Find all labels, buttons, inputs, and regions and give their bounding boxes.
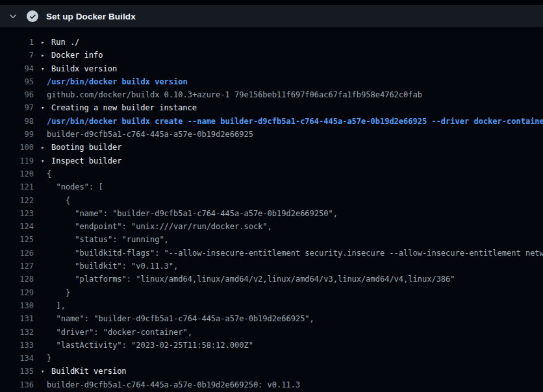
- log-line-text: /usr/bin/docker buildx version: [47, 75, 188, 88]
- line-number[interactable]: 121: [0, 180, 34, 193]
- log-line: 131 "name": "builder-d9cfb5a1-c764-445a-…: [0, 312, 543, 325]
- triangle-expanded-icon[interactable]: ▾: [41, 101, 51, 114]
- line-number[interactable]: 100: [0, 141, 34, 154]
- page-background-strip: [0, 0, 543, 5]
- log-line-text: Docker info: [51, 49, 103, 62]
- log-line: 98 /usr/bin/docker buildx create --name …: [0, 115, 543, 128]
- log-line-text: }: [47, 286, 70, 299]
- log-line-text: Creating a new builder instance: [51, 101, 197, 114]
- line-number[interactable]: 94: [0, 62, 34, 75]
- log-line-text: "endpoint": "unix:///var/run/docker.sock…: [47, 220, 272, 233]
- triangle-expanded-icon[interactable]: ▾: [41, 154, 51, 167]
- line-number[interactable]: 7: [0, 49, 34, 62]
- log-line-text: {: [47, 167, 51, 180]
- log-line: 121 "nodes": [: [0, 180, 543, 193]
- triangle-collapsed-icon[interactable]: ▸: [41, 141, 51, 154]
- line-number[interactable]: 95: [0, 75, 34, 88]
- log-line[interactable]: 7 ▸ Docker info: [0, 49, 543, 62]
- log-line: 129 }: [0, 286, 543, 299]
- log-line-text: "driver": "docker-container",: [47, 326, 192, 339]
- line-number[interactable]: 127: [0, 260, 34, 273]
- log-line: 134 }: [0, 352, 543, 365]
- log-line: 99 builder-d9cfb5a1-c764-445a-a57e-0b19d…: [0, 128, 543, 141]
- log-line: 126 "buildkitd-flags": "--allow-insecure…: [0, 247, 543, 260]
- log-line: 136 builder-d9cfb5a1-c764-445a-a57e-0b19…: [0, 378, 543, 391]
- log-line: 127 "buildkit": "v0.11.3",: [0, 260, 543, 273]
- actions-log-viewer: Set up Docker Buildx 1 ▸ Run ./ 7 ▸ Dock…: [0, 0, 543, 392]
- step-title: Set up Docker Buildx: [46, 12, 136, 21]
- log-line-text: builder-d9cfb5a1-c764-445a-a57e-0b19d2e6…: [47, 128, 253, 141]
- log-line-text: {: [47, 194, 70, 207]
- log-line-text: builder-d9cfb5a1-c764-445a-a57e-0b19d2e6…: [47, 378, 300, 391]
- log-line: 96 github.com/docker/buildx 0.10.3+azure…: [0, 88, 543, 101]
- log-line: 120 {: [0, 167, 543, 180]
- triangle-expanded-icon[interactable]: ▾: [41, 365, 51, 378]
- triangle-collapsed-icon[interactable]: ▸: [41, 49, 51, 62]
- triangle-collapsed-icon[interactable]: ▸: [41, 36, 51, 49]
- line-number[interactable]: 1: [0, 36, 34, 49]
- log-line-text: "buildkit": "v0.11.3",: [47, 260, 178, 273]
- line-number[interactable]: 132: [0, 326, 34, 339]
- log-line: 128 "platforms": "linux/amd64,linux/amd6…: [0, 273, 543, 286]
- line-number[interactable]: 134: [0, 352, 34, 365]
- step-header[interactable]: Set up Docker Buildx: [0, 5, 543, 27]
- triangle-expanded-icon[interactable]: ▾: [41, 62, 51, 75]
- log-line-text: }: [47, 352, 51, 365]
- log-line: 122 {: [0, 194, 543, 207]
- log-line-text: "status": "running",: [47, 233, 169, 246]
- line-number[interactable]: 122: [0, 194, 34, 207]
- log-line[interactable]: 119 ▾ Inspect builder: [0, 154, 543, 167]
- line-number[interactable]: 131: [0, 312, 34, 325]
- line-number[interactable]: 119: [0, 154, 34, 167]
- log-line-text: Run ./: [51, 36, 79, 49]
- line-number[interactable]: 136: [0, 378, 34, 391]
- line-number[interactable]: 128: [0, 273, 34, 286]
- line-number[interactable]: 133: [0, 339, 34, 352]
- line-number[interactable]: 120: [0, 167, 34, 180]
- log-line: 123 "name": "builder-d9cfb5a1-c764-445a-…: [0, 207, 543, 220]
- log-line-text: Buildx version: [51, 62, 117, 75]
- check-circle-icon: [27, 10, 38, 22]
- log-line: 133 "lastActivity": "2023-02-25T11:58:12…: [0, 339, 543, 352]
- log-line: 125 "status": "running",: [0, 233, 543, 246]
- log-line: 130 ],: [0, 299, 543, 312]
- line-number[interactable]: 130: [0, 299, 34, 312]
- log-line: 132 "driver": "docker-container",: [0, 326, 543, 339]
- log-line-text: /usr/bin/docker buildx create --name bui…: [47, 115, 543, 128]
- line-number[interactable]: 97: [0, 101, 34, 114]
- log-line[interactable]: 94 ▾ Buildx version: [0, 62, 543, 75]
- log-line[interactable]: 97 ▾ Creating a new builder instance: [0, 101, 543, 114]
- line-number[interactable]: 135: [0, 365, 34, 378]
- log-line-text: "buildkitd-flags": "--allow-insecure-ent…: [47, 247, 543, 260]
- line-number[interactable]: 123: [0, 207, 34, 220]
- line-number[interactable]: 98: [0, 115, 34, 128]
- log-line-text: "platforms": "linux/amd64,linux/amd64/v2…: [47, 273, 455, 286]
- log-line-text: Booting builder: [51, 141, 121, 154]
- log-line: 124 "endpoint": "unix:///var/run/docker.…: [0, 220, 543, 233]
- log-line-text: BuildKit version: [51, 365, 127, 378]
- chevron-down-icon[interactable]: [8, 11, 18, 21]
- log-line-text: github.com/docker/buildx 0.10.3+azure-1 …: [47, 88, 422, 101]
- log-area: 1 ▸ Run ./ 7 ▸ Docker info 94 ▾ Buildx v…: [0, 27, 543, 391]
- line-number[interactable]: 124: [0, 220, 34, 233]
- line-number[interactable]: 126: [0, 247, 34, 260]
- log-line[interactable]: 135 ▾ BuildKit version: [0, 365, 543, 378]
- log-line-text: "name": "builder-d9cfb5a1-c764-445a-a57e…: [47, 207, 338, 220]
- line-number[interactable]: 129: [0, 286, 34, 299]
- line-number[interactable]: 96: [0, 88, 34, 101]
- log-line[interactable]: 1 ▸ Run ./: [0, 36, 543, 49]
- line-number[interactable]: 125: [0, 233, 34, 246]
- log-line-text: ],: [47, 299, 66, 312]
- log-line: 95 /usr/bin/docker buildx version: [0, 75, 543, 88]
- log-line-text: "name": "builder-d9cfb5a1-c764-445a-a57e…: [47, 312, 314, 325]
- log-line[interactable]: 100 ▸ Booting builder: [0, 141, 543, 154]
- log-line-text: "lastActivity": "2023-02-25T11:58:12.000…: [47, 339, 253, 352]
- log-line-text: Inspect builder: [51, 154, 121, 167]
- log-line-text: "nodes": [: [47, 180, 103, 193]
- line-number[interactable]: 99: [0, 128, 34, 141]
